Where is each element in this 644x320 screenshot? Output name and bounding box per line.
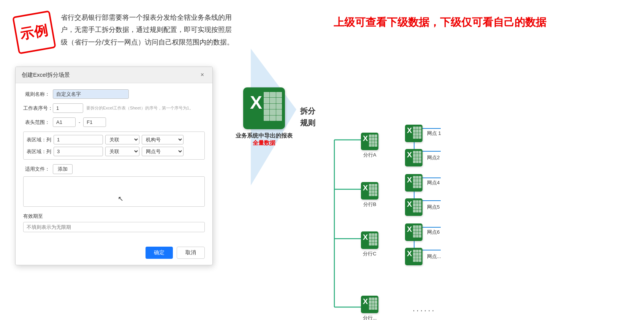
grid-cell-large <box>264 92 282 121</box>
branch-a-col: X 分行A <box>361 133 378 158</box>
source-excel-container: X 业务系统中导出的报表 <box>236 87 293 147</box>
branch-dot-group: X 分行... ...... <box>361 296 436 320</box>
table-area-row2-col-input[interactable] <box>54 147 103 156</box>
node-row-6: X 网点6 <box>405 223 441 241</box>
rule-name-row: 规则名称： <box>23 89 205 99</box>
left-panel: 示例 省行交易银行部需要将一个报表分发给全辖业务条线的用户，无需手工拆分数据，通… <box>15 11 236 309</box>
range-dash: - <box>79 119 80 125</box>
intro-section: 示例 省行交易银行部需要将一个报表分发给全辖业务条线的用户，无需手工拆分数据，通… <box>15 11 236 51</box>
dialog-close-button[interactable]: × <box>198 71 206 79</box>
node-more-label: 网点... <box>427 253 441 260</box>
node-row-more: X 网点... <box>405 248 441 265</box>
sheet-seq-hint: 要拆分的Excel工作表（Sheet）的序号，第一个序号为1。 <box>86 105 193 111</box>
node-more-icon: X <box>405 248 422 265</box>
stamp-text: 示例 <box>18 21 50 44</box>
node-4-label: 网点4 <box>427 179 440 186</box>
dialog: 创建Excel拆分场景 × 规则名称： 工作表序号： 要拆分的Excel工作表（… <box>15 67 213 265</box>
table-area-row2-label: 表区域：列 <box>27 148 51 155</box>
table-area-row-2: 表区域：列 关联 网点号 <box>25 147 203 156</box>
node-row-2: X 网点2 <box>405 149 441 166</box>
applicable-files-section: 适用文件： 添加 <box>23 164 205 208</box>
node-4-icon: X <box>405 174 422 192</box>
branch-c-label: 分行C <box>363 250 376 257</box>
validity-label: 有效期至 <box>23 213 205 220</box>
split-rules-line2: 规则 <box>300 118 315 128</box>
branch-b-nodes: X 网点4 X 网点5 <box>405 174 440 216</box>
right-title: 上级可查看下级数据，下级仅可看自己的数据 <box>251 15 629 30</box>
example-stamp: 示例 <box>12 10 56 54</box>
node-6-label: 网点6 <box>427 229 440 236</box>
branch-c-col: X 分行C <box>361 231 378 257</box>
table-area-row1-relation-select[interactable]: 关联 <box>105 135 139 144</box>
table-area-row-1: 表区域：列 关联 机构号 <box>25 135 203 144</box>
table-area-row1-label: 表区域：列 <box>27 136 51 143</box>
branch-dot-label: 分行... <box>363 315 377 320</box>
dialog-footer: 确定 取消 <box>16 243 212 265</box>
cancel-button[interactable]: 取消 <box>177 247 205 259</box>
branch-dot-icon: X <box>361 296 378 313</box>
table-area-section: 表区域：列 关联 机构号 表区域：列 关联 <box>23 131 205 160</box>
node-row-4: X 网点4 <box>405 174 440 192</box>
node-2-icon: X <box>405 149 422 166</box>
table-area-row2-relation-select[interactable]: 关联 <box>105 147 139 156</box>
branch-a-label: 分行A <box>363 152 377 158</box>
add-file-button[interactable]: 添加 <box>53 164 73 174</box>
header-range-row: 表头范围： - <box>23 117 205 127</box>
branch-dot-col: X 分行... <box>361 296 378 320</box>
node-2-label: 网点2 <box>427 154 440 161</box>
confirm-button[interactable]: 确定 <box>146 247 173 259</box>
rule-name-input[interactable] <box>53 89 129 99</box>
dialog-titlebar: 创建Excel拆分场景 × <box>16 67 212 83</box>
branch-a-nodes: X 网点 1 X 网点2 <box>405 125 441 166</box>
branch-c-nodes: X 网点6 X 网点... <box>405 223 441 265</box>
split-rules-line1: 拆分 <box>300 106 315 116</box>
node-5-icon: X <box>405 198 422 216</box>
main-container: 示例 省行交易银行部需要将一个报表分发给全辖业务条线的用户，无需手工拆分数据，通… <box>0 0 644 320</box>
source-main-label: 业务系统中导出的报表 <box>236 132 293 139</box>
branch-c-group: X 分行C X 网点6 <box>361 223 441 265</box>
header-range-start-input[interactable] <box>53 117 76 127</box>
node-row-5: X 网点5 <box>405 198 440 216</box>
split-rules-col: 拆分 规则 <box>300 106 315 128</box>
branch-b-label: 分行B <box>363 201 377 208</box>
excel-x-large: X <box>250 92 262 113</box>
sheet-seq-row: 工作表序号： 要拆分的Excel工作表（Sheet）的序号，第一个序号为1。 <box>23 103 205 113</box>
node-1-label: 网点 1 <box>427 130 441 137</box>
excel-grid-large <box>264 92 282 121</box>
right-panel: 上级可查看下级数据，下级仅可看自己的数据 X <box>251 11 629 309</box>
node-6-icon: X <box>405 223 422 241</box>
validity-section: 有效期至 <box>23 213 205 232</box>
branch-c-icon: X <box>361 231 378 249</box>
node-5-label: 网点5 <box>427 204 440 211</box>
source-label-block: 业务系统中导出的报表 全量数据 <box>236 132 293 147</box>
header-range-end-input[interactable] <box>83 117 106 127</box>
table-area-row1-field-select[interactable]: 机构号 <box>142 135 184 144</box>
table-area-row1-col-input[interactable] <box>54 135 103 144</box>
sheet-seq-label: 工作表序号： <box>23 105 50 112</box>
source-sub-label: 全量数据 <box>236 139 293 147</box>
validity-input[interactable] <box>23 222 205 232</box>
header-range-label: 表头范围： <box>23 119 50 126</box>
ellipsis-label: ...... <box>413 304 436 314</box>
branch-a-icon: X <box>361 133 378 150</box>
branch-b-icon: X <box>361 182 378 200</box>
validity-input-wrap <box>23 222 205 232</box>
node-row-1: X 网点 1 <box>405 125 441 142</box>
diagram: X 业务系统中导出的报表 <box>251 49 629 185</box>
branch-b-group: X 分行B X 网点4 <box>361 174 440 216</box>
applicable-files-label: 适用文件： <box>23 166 50 173</box>
sheet-seq-input[interactable] <box>53 103 83 113</box>
source-excel-icon: X <box>243 87 285 129</box>
intro-text: 省行交易银行部需要将一个报表分发给全辖业务条线的用户，无需手工拆分数据，通过规则… <box>61 11 236 48</box>
source-area: X 业务系统中导出的报表 <box>251 49 296 185</box>
dialog-title: 创建Excel拆分场景 <box>22 71 70 79</box>
dialog-body: 规则名称： 工作表序号： 要拆分的Excel工作表（Sheet）的序号，第一个序… <box>16 83 212 243</box>
node-1-icon: X <box>405 125 422 142</box>
branch-a-group: X 分行A <box>361 125 441 166</box>
rule-name-label: 规则名称： <box>23 91 50 98</box>
applicable-files-row: 适用文件： 添加 <box>23 164 205 174</box>
table-area-row2-field-select[interactable]: 网点号 <box>142 147 184 156</box>
branch-b-col: X 分行B <box>361 182 378 208</box>
files-textarea[interactable] <box>23 176 205 207</box>
